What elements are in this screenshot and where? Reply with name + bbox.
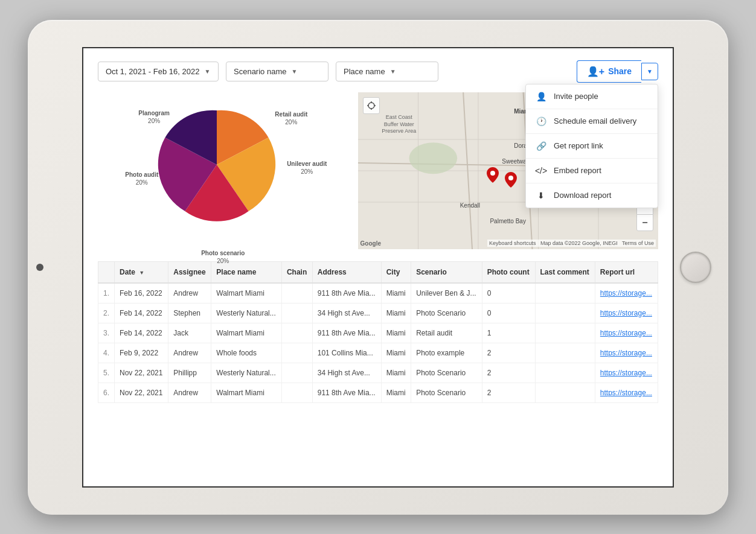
col-address: Address xyxy=(312,261,381,283)
share-link-item[interactable]: 🔗 Get report link xyxy=(526,134,658,159)
cell-chain xyxy=(281,363,312,383)
share-button[interactable]: 👤+ Share xyxy=(577,60,641,83)
cell-scenario: Photo Scenario xyxy=(411,363,482,383)
place-filter-button[interactable]: Place name ▼ xyxy=(336,62,438,81)
map-label-palmetto: Palmetto Bay xyxy=(490,218,525,224)
cell-num: 4. xyxy=(98,343,115,363)
col-scenario: Scenario xyxy=(411,261,482,283)
share-embed-item[interactable]: </> Embed report xyxy=(526,159,658,183)
cell-photo: 1 xyxy=(482,323,535,343)
cell-address: 911 8th Ave Mia... xyxy=(312,383,381,402)
table-row: 4. Feb 9, 2022 Andrew Whole foods 101 Co… xyxy=(98,343,658,363)
col-photo: Photo count xyxy=(482,261,535,283)
scenario-filter-button[interactable]: Scenario name ▼ xyxy=(226,62,328,81)
cell-assignee: Andrew xyxy=(168,383,211,402)
col-date[interactable]: Date ▼ xyxy=(115,261,168,283)
place-dropdown-arrow: ▼ xyxy=(390,68,396,75)
cell-photo: 2 xyxy=(482,363,535,383)
cell-comment xyxy=(535,283,595,304)
table-section: Date ▼ Assignee Place name Chain Address… xyxy=(98,261,658,403)
cell-place: Westerly Natural... xyxy=(211,303,282,323)
cell-city: Miami xyxy=(381,323,411,343)
cell-report[interactable]: https://storage... xyxy=(595,303,658,323)
map-crosshair-button[interactable] xyxy=(363,97,380,114)
map-pin-4[interactable] xyxy=(487,167,499,183)
map-label-kendall: Kendall xyxy=(460,202,480,209)
side-button xyxy=(36,264,43,271)
cell-photo: 0 xyxy=(482,303,535,323)
cell-comment xyxy=(535,343,595,363)
table-row: 5. Nov 22, 2021 Phillipp Westerly Natura… xyxy=(98,363,658,383)
cell-date: Feb 14, 2022 xyxy=(115,323,168,343)
cell-date: Feb 9, 2022 xyxy=(115,343,168,363)
link-label: Get report link xyxy=(554,141,603,150)
scenario-filter-label: Scenario name xyxy=(234,67,286,76)
cell-city: Miami xyxy=(381,303,411,323)
cell-report[interactable]: https://storage... xyxy=(595,283,658,304)
cell-city: Miami xyxy=(381,363,411,383)
cell-city: Miami xyxy=(381,343,411,363)
cell-report[interactable]: https://storage... xyxy=(595,323,658,343)
pie-label-retail: Retail audit20% xyxy=(275,110,307,126)
share-schedule-item[interactable]: 🕐 Schedule email delivery xyxy=(526,109,658,134)
share-download-item[interactable]: ⬇ Download report xyxy=(526,183,658,208)
person-add-icon: 👤+ xyxy=(587,66,604,77)
cell-scenario: Photo example xyxy=(411,343,482,363)
share-dropdown-toggle[interactable]: ▼ xyxy=(641,63,658,80)
home-button[interactable] xyxy=(680,252,711,283)
cell-num: 3. xyxy=(98,323,115,343)
col-num xyxy=(98,261,115,283)
data-table: Date ▼ Assignee Place name Chain Address… xyxy=(98,261,658,403)
invite-label: Invite people xyxy=(554,92,598,101)
svg-point-16 xyxy=(508,176,513,180)
cell-chain xyxy=(281,283,312,304)
zoom-out-button[interactable]: − xyxy=(636,214,653,231)
cell-report[interactable]: https://storage... xyxy=(595,383,658,402)
place-filter-label: Place name xyxy=(344,67,385,76)
table-row: 1. Feb 16, 2022 Andrew Walmart Miami 911… xyxy=(98,283,658,304)
date-filter-button[interactable]: Oct 1, 2021 - Feb 16, 2022 ▼ xyxy=(98,62,219,81)
cell-place: Walmart Miami xyxy=(211,283,282,304)
screen: Oct 1, 2021 - Feb 16, 2022 ▼ Scenario na… xyxy=(82,47,674,488)
cell-address: 911 8th Ave Mia... xyxy=(312,283,381,304)
cell-assignee: Phillipp xyxy=(168,363,211,383)
date-dropdown-arrow: ▼ xyxy=(204,68,210,75)
cell-num: 2. xyxy=(98,303,115,323)
tablet-frame: Oct 1, 2021 - Feb 16, 2022 ▼ Scenario na… xyxy=(28,20,728,515)
cell-scenario: Retail audit xyxy=(411,323,482,343)
pie-label-planogram: Planogram20% xyxy=(138,109,170,125)
share-invite-item[interactable]: 👤 Invite people xyxy=(526,84,658,109)
cell-date: Nov 22, 2021 xyxy=(115,363,168,383)
embed-label: Embed report xyxy=(554,166,601,175)
scenario-dropdown-arrow: ▼ xyxy=(291,68,297,75)
map-pin-5[interactable] xyxy=(505,172,517,188)
cell-chain xyxy=(281,303,312,323)
chart-section: Retail audit20% Unilever audit20% Photo … xyxy=(98,92,348,249)
share-group: 👤+ Share ▼ 👤 Invite people 🕐 Schedule em… xyxy=(577,60,658,83)
table-row: 6. Nov 22, 2021 Andrew Walmart Miami 911… xyxy=(98,383,658,402)
schedule-icon: 🕐 xyxy=(536,116,546,127)
table-header-row: Date ▼ Assignee Place name Chain Address… xyxy=(98,261,658,283)
pie-label-unilever: Unilever audit20% xyxy=(287,160,327,176)
pie-label-photo-audit: Photo audit20% xyxy=(125,171,158,186)
cell-num: 5. xyxy=(98,363,115,383)
map-label-preserve: East CoastBuffer WaterPreserve Area xyxy=(382,114,416,135)
cell-photo: 0 xyxy=(482,283,535,304)
download-icon: ⬇ xyxy=(536,190,546,201)
cell-comment xyxy=(535,323,595,343)
cell-report[interactable]: https://storage... xyxy=(595,343,658,363)
cell-report[interactable]: https://storage... xyxy=(595,363,658,383)
col-chain: Chain xyxy=(281,261,312,283)
cell-chain xyxy=(281,323,312,343)
cell-city: Miami xyxy=(381,383,411,402)
svg-point-15 xyxy=(490,171,495,176)
cell-place: Walmart Miami xyxy=(211,323,282,343)
col-comment: Last comment xyxy=(535,261,595,283)
cell-comment xyxy=(535,363,595,383)
cell-assignee: Jack xyxy=(168,323,211,343)
cell-scenario: Unilever Ben & J... xyxy=(411,283,482,304)
cell-date: Feb 14, 2022 xyxy=(115,303,168,323)
cell-assignee: Andrew xyxy=(168,283,211,304)
invite-icon: 👤 xyxy=(536,91,546,102)
cell-num: 1. xyxy=(98,283,115,304)
